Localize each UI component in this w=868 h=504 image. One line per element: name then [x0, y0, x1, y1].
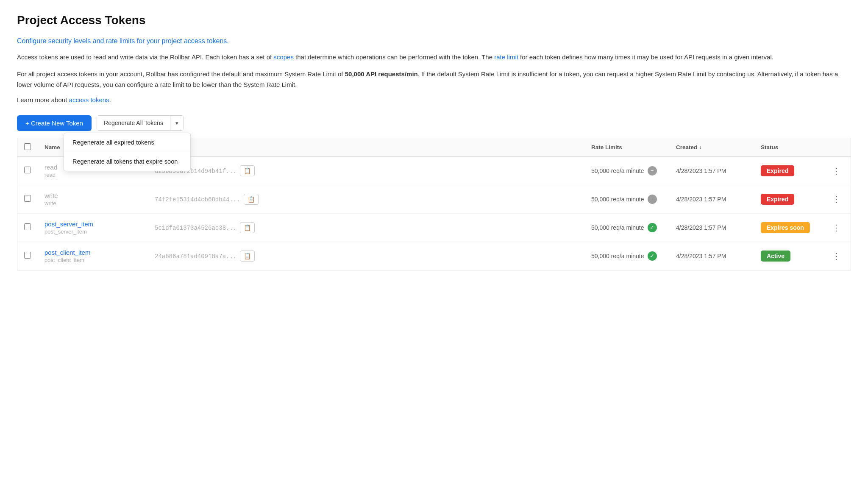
toolbar: + Create New Token Regenerate All Tokens… — [17, 115, 851, 131]
rate-limit-disabled-icon: − — [648, 166, 657, 175]
row-created-cell: 4/28/2023 1:57 PM — [669, 242, 754, 270]
table-row: post_client_itempost_client_item24a886a7… — [17, 242, 851, 270]
row-checkbox-cell — [17, 185, 38, 213]
col-header-token: Token — [148, 138, 584, 157]
rate-limit-bold: 50,000 API requests/min — [345, 70, 418, 78]
row-created-cell: 4/28/2023 1:57 PM — [669, 185, 754, 213]
row-actions-button[interactable]: ⋮ — [829, 249, 844, 263]
col-header-check — [17, 138, 38, 157]
regen-all-tokens-button[interactable]: Regenerate All Tokens — [97, 116, 170, 130]
copy-token-button[interactable]: 📋 — [244, 194, 259, 205]
rate-limit-text: 50,000 req/a minute — [591, 253, 644, 259]
row-rate-limit-cell: 50,000 req/a minute− — [584, 156, 669, 185]
col-header-rate-limits: Rate Limits — [584, 138, 669, 157]
token-value-text: 5c1dfa01373a4526ac38... — [155, 225, 236, 231]
token-name-main: post_server_item — [45, 220, 141, 228]
row-status-cell: Expires soon — [754, 213, 822, 242]
scopes-link[interactable]: scopes — [273, 53, 294, 61]
row-checkbox-0[interactable] — [24, 167, 31, 173]
created-date-text: 4/28/2023 1:57 PM — [676, 253, 726, 259]
regen-all-tokens-group: Regenerate All Tokens ▾ — [97, 115, 184, 131]
created-date-text: 4/28/2023 1:57 PM — [676, 167, 726, 174]
row-actions-cell: ⋮ — [822, 185, 851, 213]
dropdown-item-expired[interactable]: Regenerate all expired tokens — [64, 133, 190, 152]
copy-token-button[interactable]: 📋 — [240, 165, 255, 176]
row-status-cell: Active — [754, 242, 822, 270]
row-status-cell: Expired — [754, 185, 822, 213]
status-badge: Expires soon — [761, 222, 810, 233]
row-token-cell: d25bb96d72b14d94b41f...📋 — [148, 156, 584, 185]
row-name-cell: writewrite — [38, 185, 148, 213]
page-subtitle: Configure security levels and rate limit… — [17, 37, 851, 45]
row-checkbox-cell — [17, 213, 38, 242]
description-1: Access tokens are used to read and write… — [17, 52, 851, 63]
token-name-sub: write — [45, 200, 141, 206]
row-name-cell: post_server_itempost_server_item — [38, 213, 148, 242]
token-name-sub: post_server_item — [45, 228, 141, 235]
table-body: readreadd25bb96d72b14d94b41f...📋50,000 r… — [17, 156, 851, 270]
rate-limit-text: 50,000 req/a minute — [591, 224, 644, 231]
row-token-cell: 74f2fe15314d4cb68db44...📋 — [148, 185, 584, 213]
row-actions-cell: ⋮ — [822, 156, 851, 185]
created-date-text: 4/28/2023 1:57 PM — [676, 196, 726, 203]
description-2: For all project access tokens in your ac… — [17, 69, 851, 90]
rate-limit-ok-icon: ✓ — [648, 223, 657, 232]
token-name-main: write — [45, 192, 141, 199]
row-token-cell: 5c1dfa01373a4526ac38...📋 — [148, 213, 584, 242]
row-actions-cell: ⋮ — [822, 213, 851, 242]
row-actions-button[interactable]: ⋮ — [829, 221, 844, 234]
col-header-status: Status — [754, 138, 822, 157]
row-created-cell: 4/28/2023 1:57 PM — [669, 156, 754, 185]
row-rate-limit-cell: 50,000 req/a minute− — [584, 185, 669, 213]
page-title: Project Access Tokens — [17, 14, 851, 27]
dropdown-item-expire-soon[interactable]: Regenerate all tokens that expire soon — [64, 152, 190, 171]
rate-limit-text: 50,000 req/a minute — [591, 196, 644, 203]
copy-token-button[interactable]: 📋 — [240, 251, 255, 262]
token-name-sub: post_client_item — [45, 257, 141, 263]
col-header-actions — [822, 138, 851, 157]
row-actions-cell: ⋮ — [822, 242, 851, 270]
row-rate-limit-cell: 50,000 req/a minute✓ — [584, 242, 669, 270]
token-name-sub: read — [45, 172, 141, 178]
status-badge: Expired — [761, 165, 794, 176]
col-header-created: Created ↓ — [669, 138, 754, 157]
row-checkbox-cell — [17, 242, 38, 270]
row-actions-button[interactable]: ⋮ — [829, 164, 844, 178]
token-name-main: post_client_item — [45, 249, 141, 256]
row-name-cell: post_client_itempost_client_item — [38, 242, 148, 270]
row-checkbox-cell — [17, 156, 38, 185]
rate-limit-link[interactable]: rate limit — [494, 53, 518, 61]
row-rate-limit-cell: 50,000 req/a minute✓ — [584, 213, 669, 242]
token-value-text: 74f2fe15314d4cb68db44... — [155, 196, 240, 203]
status-badge: Active — [761, 251, 790, 262]
access-tokens-link[interactable]: access tokens — [69, 96, 109, 103]
rate-limit-text: 50,000 req/a minute — [591, 167, 644, 174]
created-date-text: 4/28/2023 1:57 PM — [676, 224, 726, 231]
row-actions-button[interactable]: ⋮ — [829, 192, 844, 206]
select-all-checkbox[interactable] — [24, 143, 31, 150]
learn-more: Learn more about access tokens. — [17, 96, 851, 103]
table-row: writewrite74f2fe15314d4cb68db44...📋50,00… — [17, 185, 851, 213]
row-created-cell: 4/28/2023 1:57 PM — [669, 213, 754, 242]
regen-dropdown-menu: Regenerate all expired tokens Regenerate… — [64, 133, 191, 171]
token-value-text: 24a886a781ad40918a7a... — [155, 253, 236, 260]
rate-limit-disabled-icon: − — [648, 195, 657, 204]
copy-token-button[interactable]: 📋 — [240, 222, 255, 233]
table-row: post_server_itempost_server_item5c1dfa01… — [17, 213, 851, 242]
row-status-cell: Expired — [754, 156, 822, 185]
row-token-cell: 24a886a781ad40918a7a...📋 — [148, 242, 584, 270]
regen-dropdown-toggle[interactable]: ▾ — [170, 116, 184, 130]
create-new-token-button[interactable]: + Create New Token — [17, 115, 92, 131]
row-checkbox-2[interactable] — [24, 223, 31, 230]
rate-limit-ok-icon: ✓ — [648, 251, 657, 261]
row-checkbox-3[interactable] — [24, 252, 31, 259]
status-badge: Expired — [761, 194, 794, 205]
row-checkbox-1[interactable] — [24, 195, 31, 202]
